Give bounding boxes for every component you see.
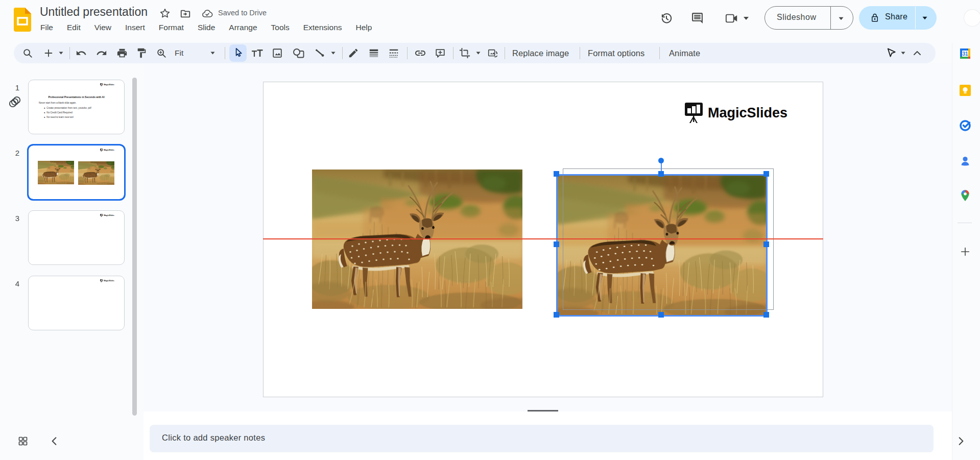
svg-text:MagicSlides: MagicSlides (104, 84, 114, 86)
svg-text:MagicSlides: MagicSlides (104, 214, 114, 216)
svg-text:MagicSlides: MagicSlides (708, 105, 787, 120)
svg-text:31: 31 (962, 51, 968, 57)
svg-text:MagicSlides: MagicSlides (104, 149, 114, 151)
svg-text:MagicSlides: MagicSlides (104, 280, 114, 282)
